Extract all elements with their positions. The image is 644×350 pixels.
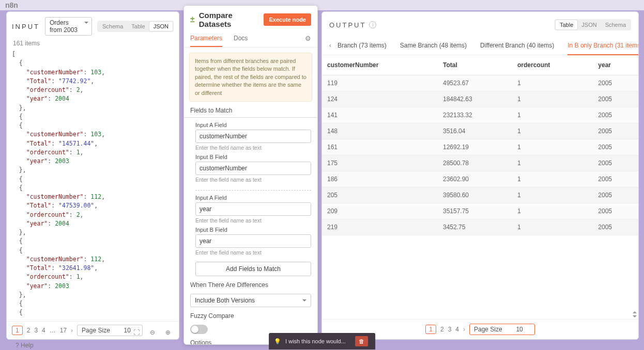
branch-tab[interactable]: Same Branch (48 items): [400, 39, 467, 55]
page-17[interactable]: 17: [60, 327, 67, 334]
field-hint: Enter the field name as text: [195, 145, 311, 151]
output-page-size[interactable]: Page Size 10: [469, 324, 535, 335]
add-fields-button[interactable]: Add Fields to Match: [195, 262, 311, 276]
page-1[interactable]: 1: [12, 326, 23, 335]
field-hint: Enter the field name as text: [195, 249, 311, 256]
output-title: OUTPUT: [329, 21, 366, 29]
page-1[interactable]: 1: [425, 325, 436, 334]
input-b-field[interactable]: [195, 234, 311, 248]
input-a-field[interactable]: [195, 202, 311, 216]
input-a-label: Input A Field: [195, 195, 311, 201]
output-pager: 1234: [425, 325, 459, 334]
page-2[interactable]: 2: [440, 326, 444, 333]
pager-next-icon[interactable]: ›: [71, 327, 73, 334]
node-title: Compare Datasets: [199, 11, 260, 28]
zoom-out-icon[interactable]: ⊖: [150, 329, 155, 336]
input-b-label: Input B Field: [195, 154, 311, 160]
help-link[interactable]: ? Help: [16, 342, 34, 349]
trash-icon[interactable]: 🗑: [355, 336, 368, 346]
diff-label: When There Are Differences: [184, 281, 317, 292]
page-4[interactable]: 4: [455, 326, 459, 333]
output-mode-tabs: TableJSONSchema: [555, 19, 631, 30]
field-hint: Enter the field name as text: [195, 217, 311, 224]
expand-icon[interactable]: ⛶: [133, 329, 140, 336]
page-4[interactable]: 4: [42, 327, 45, 334]
fuzzy-toggle[interactable]: [190, 325, 208, 334]
table-row[interactable]: 20935157.7512005: [322, 203, 638, 219]
wish-bar[interactable]: 💡 I wish this node would...🗑: [269, 333, 375, 349]
table-row[interactable]: 18623602.9012005: [322, 171, 638, 187]
info-box: Items from different branches are paired…: [189, 53, 312, 102]
input-node-select[interactable]: Orders from 2003: [45, 17, 92, 36]
mode-tab-schema[interactable]: Schema: [601, 20, 630, 29]
tab-parameters[interactable]: Parameters: [190, 30, 222, 47]
mode-tab-table[interactable]: Table: [556, 20, 577, 29]
field-hint: Enter the field name as text: [195, 177, 311, 183]
diff-select[interactable]: Include Both Versions: [190, 294, 311, 307]
table-row[interactable]: 11949523.6712005: [322, 75, 638, 91]
output-panel: OUTPUT i TableJSONSchema ‹ Branch (73 it…: [321, 11, 639, 340]
mode-tab-table[interactable]: Table: [127, 22, 149, 31]
page-2[interactable]: 2: [27, 327, 30, 334]
output-table: customerNumberTotalordercountyear 119495…: [322, 55, 638, 235]
input-b-label: Input B Field: [195, 227, 311, 233]
input-mode-tabs: SchemaTableJSON: [97, 21, 174, 32]
mode-tab-json[interactable]: JSON: [577, 20, 601, 29]
tab-docs[interactable]: Docs: [234, 30, 248, 47]
node-settings-panel: ± Compare Datasets Execute node Paramete…: [183, 5, 318, 345]
table-row[interactable]: 1483516.0412005: [322, 123, 638, 139]
branch-tab[interactable]: Branch (73 items): [338, 39, 387, 55]
json-body: [ { "customerNumber": 103, "Total": "774…: [7, 47, 179, 317]
input-panel: INPUT Orders from 2003 SchemaTableJSON 1…: [6, 11, 179, 340]
mode-tab-json[interactable]: JSON: [149, 22, 173, 31]
fields-to-match-title: Fields to Match: [184, 107, 317, 118]
item-count: 161 items: [7, 38, 179, 47]
info-icon[interactable]: i: [369, 21, 376, 28]
page-3[interactable]: 3: [34, 327, 38, 334]
node-plus-icon: ±: [190, 15, 195, 24]
execute-button[interactable]: Execute node: [264, 13, 311, 26]
table-row[interactable]: 2193452.7512005: [322, 219, 638, 235]
fuzzy-label: Fuzzy Compare: [184, 312, 317, 323]
col-ordercount: ordercount: [512, 55, 593, 75]
input-a-label: Input A Field: [195, 122, 311, 128]
col-Total: Total: [438, 55, 512, 75]
branch-tab[interactable]: Different Branch (40 items): [480, 39, 554, 55]
col-customerNumber: customerNumber: [322, 55, 438, 75]
page-3[interactable]: 3: [448, 326, 452, 333]
input-b-field[interactable]: [195, 162, 311, 175]
col-year: year: [593, 55, 638, 75]
zoom-in-icon[interactable]: ⊕: [165, 329, 171, 336]
table-row[interactable]: 17528500.7812005: [322, 155, 638, 171]
table-row[interactable]: 16112692.1912005: [322, 139, 638, 155]
table-row[interactable]: 20539580.6012005: [322, 187, 638, 203]
input-pager: 1234…17: [12, 326, 67, 335]
branch-tab[interactable]: In B only Branch (31 items): [568, 39, 639, 55]
branch-prev-icon[interactable]: ‹: [329, 39, 331, 55]
brand-logo: n8n: [5, 1, 18, 9]
table-row[interactable]: 141232133.3212005: [322, 107, 638, 123]
input-a-field[interactable]: [195, 130, 311, 143]
branch-tabs: ‹ Branch (73 items)Same Branch (48 items…: [322, 34, 638, 55]
mode-tab-schema[interactable]: Schema: [98, 22, 127, 31]
out-pager-next-icon[interactable]: ›: [463, 326, 465, 333]
table-row[interactable]: 124184842.6312005: [322, 91, 638, 107]
gear-icon[interactable]: ⚙: [305, 35, 311, 42]
input-page-size[interactable]: Page Size 10: [77, 325, 143, 336]
page-…[interactable]: …: [50, 327, 56, 334]
input-title: INPUT: [12, 23, 40, 30]
